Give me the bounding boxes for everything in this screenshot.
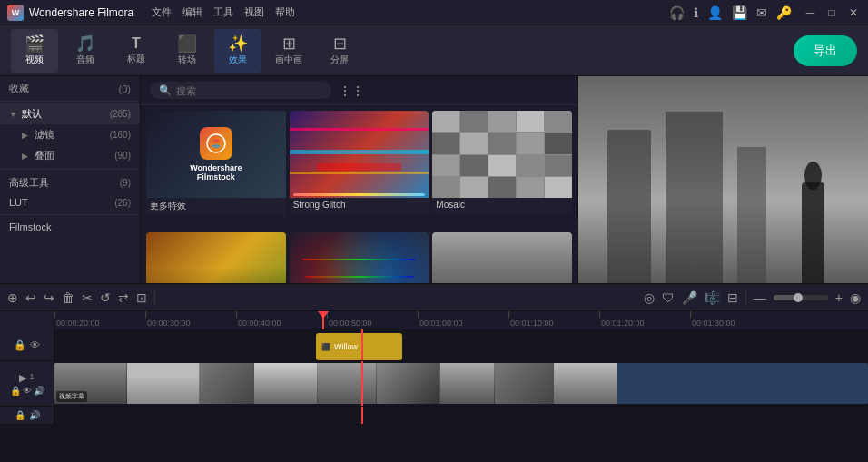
toolbar-transition[interactable]: ⬛ 转场	[163, 29, 211, 73]
toolbar-video[interactable]: 🎬 视频	[11, 29, 58, 73]
track-eye-icon[interactable]: 👁	[30, 339, 40, 350]
save-icon[interactable]: 💾	[732, 5, 747, 20]
expand-icon-overlay: ▶	[22, 152, 31, 161]
headset-icon[interactable]: 🎧	[669, 5, 685, 20]
tl-undo-button[interactable]: ↩	[25, 290, 36, 305]
track-eye2-icon[interactable]: 👁	[23, 386, 32, 396]
tl-crop2-button[interactable]: ⊟	[727, 290, 738, 305]
info-icon[interactable]: ℹ	[694, 5, 698, 20]
track-speaker-icon[interactable]: 🔊	[34, 386, 44, 396]
effect-mosaic[interactable]: Mosaic	[432, 111, 572, 229]
ruler-labels: 00:00:20:00 00:00:30:00 00:00:40:00 00:0…	[54, 311, 868, 329]
sidebar-item-filter[interactable]: ▶ 滤镜 (160)	[0, 124, 140, 145]
tl-snap-button[interactable]: ⊕	[7, 290, 18, 305]
video-scene-6	[377, 363, 440, 404]
sidebar-item-lut[interactable]: LUT (26)	[0, 193, 140, 211]
grid-view-button[interactable]: ⋮⋮	[339, 84, 364, 98]
track-play-icon[interactable]: ▶	[19, 372, 26, 384]
toolbar-pip[interactable]: ⊞ 画中画	[265, 29, 312, 73]
sidebar-label-filmstock: Filmstock	[9, 221, 131, 232]
search-input[interactable]	[176, 85, 322, 96]
sidebar-nav: ▼ 默认 (285) ▶ 滤镜 (160) ▶ 叠面 (90) 高级工具 (9)…	[0, 102, 140, 238]
effect-track-row: 🔒 👁 ⬛ Willow	[0, 329, 868, 361]
tl-fit-button[interactable]: ◉	[850, 290, 861, 305]
tl-redo-button[interactable]: ↪	[44, 290, 54, 305]
sidebar-item-default[interactable]: ▼ 默认 (285)	[0, 103, 140, 124]
toolbar-video-label: 视频	[25, 54, 44, 66]
effect-filmstock[interactable]: Wondershare Filmstock 更多特效	[146, 111, 286, 229]
video-toolbar-icon: 🎬	[25, 35, 44, 52]
zoom-slider[interactable]	[774, 295, 828, 300]
mosaic-label: Mosaic	[432, 198, 572, 213]
toolbar-effects[interactable]: ✨ 效果	[214, 29, 261, 73]
willow-clip-label: Willow	[334, 342, 358, 351]
user-icon[interactable]: 👤	[707, 5, 723, 20]
video-scene-1: 视频字幕	[54, 363, 127, 404]
effect-track-body: ⬛ Willow	[54, 329, 868, 360]
sidebar-label-overlay: 叠面	[35, 149, 111, 162]
audio-toolbar-icon: 🎵	[75, 35, 95, 52]
menu-bar: 文件 编辑 工具 视图 帮助	[152, 5, 295, 19]
svg-point-0	[207, 134, 225, 152]
tl-zoom-out-button[interactable]: —	[754, 290, 766, 305]
video-track-row: ▶ 1 🔒 👁 🔊 视频字幕	[0, 361, 868, 407]
text-toolbar-icon: T	[132, 36, 141, 51]
timeline-ruler: 00:00:20:00 00:00:30:00 00:00:40:00 00:0…	[0, 311, 868, 329]
menu-edit[interactable]: 编辑	[182, 5, 202, 19]
zoom-slider-thumb[interactable]	[794, 293, 803, 302]
tl-mask-button[interactable]: 🛡	[662, 290, 675, 305]
mail-icon[interactable]: ✉	[756, 5, 767, 20]
tl-divider2	[745, 289, 746, 307]
account-icon[interactable]: 🔑	[776, 5, 792, 20]
toolbar-effects-label: 效果	[229, 54, 247, 66]
toolbar-text[interactable]: T 标题	[113, 29, 160, 73]
sidebar-item-filmstock[interactable]: Filmstock	[0, 218, 140, 236]
maximize-button[interactable]: □	[824, 5, 839, 20]
tl-motion-button[interactable]: ◎	[644, 290, 655, 305]
timeline-tracks: 🔒 👁 ⬛ Willow ▶ 1 🔒	[0, 329, 868, 462]
tl-audio-button[interactable]: 🎤	[682, 290, 697, 305]
tl-cut-button[interactable]: ✂	[82, 290, 93, 305]
sidebar-item-advanced[interactable]: 高级工具 (9)	[0, 172, 140, 193]
app-title: Wondershare Filmora	[29, 6, 133, 19]
audio-track-head: 🔒 🔊	[0, 407, 54, 424]
timeline-toolbar: ⊕ ↩ ↪ 🗑 ✂ ↺ ⇄ ⊡ ◎ 🛡 🎤 🎼 ⊟ — + ◉	[0, 284, 868, 311]
willow-clip[interactable]: ⬛ Willow	[316, 333, 402, 360]
track-label: 1	[29, 372, 34, 384]
tl-mirror-button[interactable]: ⇄	[118, 290, 129, 305]
tl-rotate-button[interactable]: ↺	[100, 290, 111, 305]
sidebar-count-filter: (160)	[110, 130, 131, 140]
favorites-label: 收藏	[9, 82, 29, 95]
tl-delete-button[interactable]: 🗑	[62, 290, 74, 305]
title-bar: W Wondershare Filmora 文件 编辑 工具 视图 帮助 🎧 ℹ…	[0, 0, 868, 25]
effects-toolbar-icon: ✨	[228, 35, 248, 52]
sidebar-label-filter: 滤镜	[35, 128, 106, 142]
menu-tools[interactable]: 工具	[213, 5, 233, 19]
menu-file[interactable]: 文件	[152, 5, 172, 19]
video-scene-4	[254, 363, 318, 404]
export-button[interactable]: 导出	[794, 35, 857, 66]
menu-view[interactable]: 视图	[244, 5, 264, 19]
track-lock2-icon[interactable]: 🔒	[10, 386, 21, 396]
sidebar-item-overlay[interactable]: ▶ 叠面 (90)	[0, 145, 140, 166]
sidebar-label-lut: LUT	[9, 197, 111, 208]
effect-strong-glitch[interactable]: Strong Glitch	[290, 111, 429, 229]
audio-speaker-icon[interactable]: 🔊	[29, 410, 40, 420]
minimize-button[interactable]: ─	[803, 5, 817, 20]
toolbar-audio[interactable]: 🎵 音频	[62, 29, 109, 73]
filmstock-logo	[200, 127, 232, 160]
tl-zoom-in-button[interactable]: +	[835, 290, 843, 305]
filmstock-name2: Filmstock	[190, 172, 242, 182]
toolbar-split[interactable]: ⊟ 分屏	[316, 29, 363, 73]
menu-help[interactable]: 帮助	[275, 5, 295, 19]
tl-music-button[interactable]: 🎼	[705, 290, 720, 305]
tl-crop-button[interactable]: ⊡	[136, 290, 147, 305]
close-button[interactable]: ✕	[846, 5, 861, 20]
audio-lock-icon[interactable]: 🔒	[15, 410, 25, 420]
timeline: ⊕ ↩ ↪ 🗑 ✂ ↺ ⇄ ⊡ ◎ 🛡 🎤 🎼 ⊟ — + ◉	[0, 283, 868, 462]
strong-glitch-label: Strong Glitch	[290, 198, 429, 213]
track-lock-icon[interactable]: 🔒	[14, 339, 26, 351]
effects-search-bar[interactable]: 🔍	[150, 82, 331, 99]
favorites-header: 收藏 (0)	[0, 76, 140, 102]
expand-icon-filter: ▶	[22, 131, 31, 140]
